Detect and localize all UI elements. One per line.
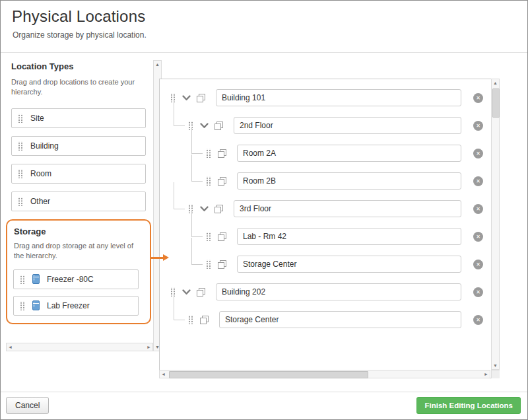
- drag-handle-icon[interactable]: [206, 260, 211, 269]
- location-type-list: Site Building Room Other: [6, 108, 154, 211]
- copy-icon[interactable]: [197, 94, 205, 102]
- tree-connector-line: [191, 210, 203, 237]
- location-name-input[interactable]: [219, 311, 461, 328]
- location-name-input[interactable]: [237, 145, 461, 162]
- tree-row: ✕: [160, 281, 490, 302]
- copy-icon[interactable]: [214, 205, 223, 213]
- drag-handle-icon[interactable]: [20, 275, 25, 284]
- delete-icon[interactable]: ✕: [473, 149, 483, 158]
- scroll-down-icon[interactable]: ▼: [492, 362, 499, 369]
- page-header: Physical Locations Organize storage by p…: [12, 7, 147, 40]
- location-name-input[interactable]: [237, 228, 461, 245]
- tree-row: ✕: [160, 226, 490, 247]
- tree-connector-line: [191, 238, 203, 265]
- footer-divider: [1, 392, 527, 392]
- location-type-item[interactable]: Other: [11, 192, 146, 211]
- tree-connector-line: [174, 99, 185, 126]
- page-subtitle: Organize storage by physical location.: [13, 30, 147, 40]
- location-type-item[interactable]: Site: [11, 108, 146, 128]
- tree-row: ✕: [160, 143, 490, 164]
- copy-icon[interactable]: [218, 232, 226, 241]
- cancel-button[interactable]: Cancel: [6, 397, 49, 414]
- hierarchy-tree: ✕: [160, 87, 490, 337]
- drag-handle-icon[interactable]: [206, 232, 211, 241]
- location-type-label: Other: [30, 197, 50, 206]
- header-divider: [1, 52, 527, 53]
- location-name-input[interactable]: [234, 117, 461, 134]
- tree-connector-line: [191, 155, 203, 182]
- scroll-up-icon[interactable]: ▲: [154, 61, 161, 68]
- scrollbar-corner: [491, 370, 500, 378]
- location-types-heading: Location Types: [11, 61, 154, 71]
- location-types-description: Drag and drop locations to create your h…: [11, 77, 147, 98]
- delete-icon[interactable]: ✕: [473, 232, 483, 242]
- delete-icon[interactable]: ✕: [473, 315, 483, 325]
- location-name-input[interactable]: [237, 256, 461, 273]
- scroll-right-icon[interactable]: ►: [482, 370, 490, 378]
- scrollbar-thumb[interactable]: [169, 371, 368, 378]
- delete-icon[interactable]: ✕: [473, 260, 483, 269]
- location-type-item[interactable]: Room: [11, 164, 146, 184]
- drag-handle-icon[interactable]: [18, 114, 23, 123]
- copy-icon[interactable]: [218, 177, 226, 186]
- location-type-item[interactable]: Building: [11, 136, 146, 156]
- copy-icon[interactable]: [200, 316, 209, 324]
- drag-handle-icon[interactable]: [206, 176, 211, 186]
- tree-row: ✕: [160, 170, 490, 192]
- delete-icon[interactable]: ✕: [473, 287, 483, 297]
- drag-handle-icon[interactable]: [18, 141, 23, 151]
- storage-item-label: Lab Freezer: [47, 301, 90, 310]
- storage-drop-arrow: [151, 257, 163, 259]
- drag-handle-icon[interactable]: [206, 149, 211, 158]
- freezer-icon: [32, 300, 40, 310]
- drag-handle-icon[interactable]: [18, 169, 23, 178]
- delete-icon[interactable]: ✕: [473, 121, 483, 131]
- delete-icon[interactable]: ✕: [473, 176, 483, 186]
- scroll-right-icon[interactable]: ►: [145, 343, 152, 351]
- left-panel-horizontal-scrollbar[interactable]: ◄ ►: [6, 343, 153, 351]
- scroll-left-icon[interactable]: ◄: [160, 370, 167, 378]
- location-type-label: Room: [30, 169, 51, 178]
- location-type-label: Site: [30, 114, 44, 123]
- drag-handle-icon[interactable]: [18, 197, 23, 206]
- scroll-up-icon[interactable]: ▲: [492, 79, 499, 87]
- storage-description: Drag and drop storage at any level of th…: [14, 241, 141, 262]
- location-name-input[interactable]: [216, 283, 461, 300]
- scroll-left-icon[interactable]: ◄: [7, 343, 14, 351]
- drag-handle-icon[interactable]: [20, 301, 25, 310]
- location-name-input[interactable]: [234, 200, 461, 217]
- tree-row: ✕: [160, 254, 490, 275]
- freezer-icon: [32, 274, 40, 284]
- tree-connector-line: [174, 182, 185, 209]
- physical-locations-dialog: Physical Locations Organize storage by p…: [0, 0, 528, 420]
- copy-icon[interactable]: [197, 288, 205, 297]
- tree-row: ✕: [160, 87, 490, 108]
- hierarchy-horizontal-scrollbar[interactable]: ◄ ►: [159, 370, 490, 378]
- tree-row: ✕: [160, 115, 490, 136]
- location-name-input[interactable]: [216, 89, 461, 106]
- copy-icon[interactable]: [218, 149, 226, 158]
- storage-item-label: Freezer -80C: [47, 275, 94, 284]
- delete-icon[interactable]: ✕: [473, 204, 483, 214]
- storage-item[interactable]: Freezer -80C: [13, 269, 139, 289]
- storage-item[interactable]: Lab Freezer: [13, 296, 139, 316]
- tree-connector-line: [191, 127, 203, 154]
- location-type-label: Building: [30, 141, 59, 151]
- storage-list: Freezer -80C Lab Fre: [13, 269, 144, 316]
- tree-row: ✕: [160, 309, 490, 330]
- storage-heading: Storage: [14, 227, 144, 236]
- copy-icon[interactable]: [214, 122, 223, 130]
- tree-row: ✕: [160, 198, 490, 219]
- hierarchy-vertical-scrollbar[interactable]: ▲ ▼: [491, 79, 500, 370]
- copy-icon[interactable]: [218, 260, 226, 269]
- location-name-input[interactable]: [237, 172, 461, 190]
- drag-handle-icon[interactable]: [188, 315, 193, 324]
- storage-callout: Storage Drag and drop storage at any lev…: [6, 219, 151, 324]
- finish-editing-locations-button[interactable]: Finish Editing Locations: [416, 397, 521, 414]
- location-types-panel: Location Types Drag and drop locations t…: [6, 61, 154, 343]
- hierarchy-panel: ✕: [159, 79, 500, 378]
- page-title: Physical Locations: [12, 7, 147, 26]
- delete-icon[interactable]: ✕: [473, 93, 483, 103]
- scrollbar-thumb[interactable]: [492, 88, 500, 118]
- tree-connector-line: [174, 293, 185, 320]
